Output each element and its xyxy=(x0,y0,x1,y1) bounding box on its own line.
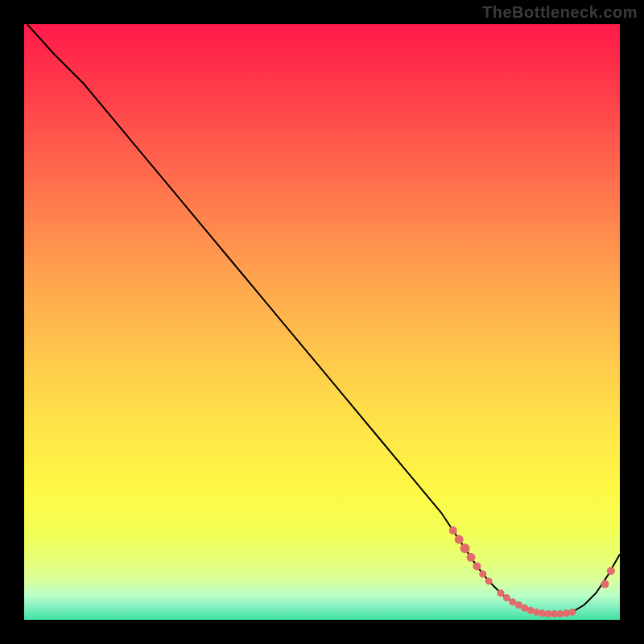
score-marker xyxy=(485,577,493,584)
plot-area xyxy=(24,24,620,620)
score-marker xyxy=(460,543,470,553)
score-marker xyxy=(455,535,464,544)
watermark-text: TheBottleneck.com xyxy=(482,3,638,22)
score-marker xyxy=(479,571,486,578)
score-markers xyxy=(449,526,615,617)
chart-container: TheBottleneck.com xyxy=(0,0,644,644)
score-marker xyxy=(503,594,510,601)
score-marker xyxy=(533,609,540,616)
score-marker xyxy=(497,589,505,597)
score-marker xyxy=(607,567,615,575)
bottleneck-curve-svg xyxy=(24,24,620,620)
score-marker xyxy=(467,553,476,562)
bottleneck-curve xyxy=(27,24,620,614)
score-marker xyxy=(473,562,481,570)
score-marker xyxy=(601,580,609,588)
score-marker xyxy=(568,609,576,616)
score-marker xyxy=(449,526,457,535)
score-marker xyxy=(563,609,570,617)
